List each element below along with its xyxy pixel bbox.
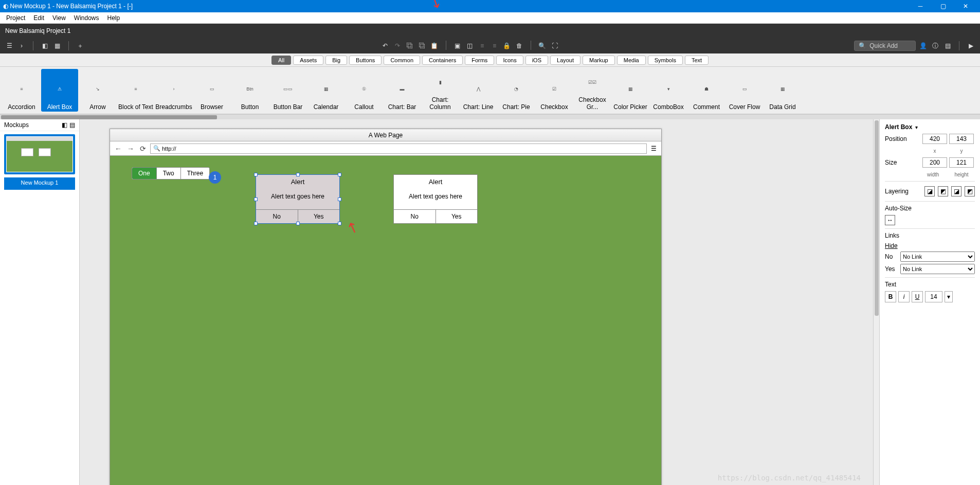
libtab-common[interactable]: Common [384, 56, 420, 65]
library-item[interactable]: ▦Calendar [307, 69, 344, 112]
library-item[interactable]: ⚠Alert Box [41, 69, 78, 112]
libtab-containers[interactable]: Containers [422, 56, 463, 65]
maximize-button[interactable]: ▢ [932, 0, 954, 12]
quick-add-input[interactable]: 🔍 Quick Add [854, 41, 916, 51]
duplicate-icon[interactable]: ⿻ [417, 41, 427, 51]
canvas[interactable]: A Web Page ← → ⟳ 🔍 ☰ OneTwoThree 1 Alert… [80, 119, 873, 485]
position-y-input[interactable] [949, 134, 974, 144]
autosize-button[interactable]: ↔ [885, 215, 895, 225]
hamburger-icon[interactable]: ☰ [4, 41, 14, 51]
callout[interactable]: 1 [209, 171, 221, 184]
send-back-icon[interactable]: ◩ [965, 186, 975, 196]
library-scrollbar[interactable] [0, 114, 980, 119]
library-item[interactable]: ⋀Chart: Line [460, 69, 497, 112]
libtab-big[interactable]: Big [325, 56, 347, 65]
alert-box-selected[interactable]: Alert Alert text goes here No Yes [256, 174, 340, 224]
library-item[interactable]: ▦Data Grid [764, 69, 801, 112]
library-item[interactable]: ▭Cover Flow [726, 69, 763, 112]
libtab-icons[interactable]: Icons [496, 56, 523, 65]
libtab-markup[interactable]: Markup [583, 56, 615, 65]
width-input[interactable] [922, 157, 947, 168]
url-input[interactable] [150, 143, 647, 154]
chevron-right-icon[interactable]: › [16, 41, 27, 51]
link-no-select[interactable]: No Link [900, 252, 975, 262]
libtab-all[interactable]: All [271, 56, 291, 65]
align-icon[interactable]: ≡ [477, 41, 487, 51]
forward-icon[interactable]: → [125, 143, 136, 154]
user-icon[interactable]: 👤 [918, 41, 928, 51]
panel-toggle-icon[interactable]: ◧ [40, 41, 50, 51]
alert-yes-button[interactable]: Yes [436, 210, 478, 223]
info-icon[interactable]: ⓘ [930, 41, 940, 51]
library-item[interactable]: BtnButton [231, 69, 268, 112]
library-item[interactable]: ☑☑Checkbox Gr... [574, 69, 611, 112]
height-input[interactable] [949, 157, 974, 168]
bring-front-icon[interactable]: ◪ [924, 186, 935, 196]
library-item[interactable]: ↘Arrow [79, 69, 116, 112]
libtab-buttons[interactable]: Buttons [349, 56, 382, 65]
distribute-icon[interactable]: ≡ [489, 41, 500, 51]
libtab-media[interactable]: Media [617, 56, 646, 65]
library-item[interactable]: ▬Chart: Bar [384, 69, 421, 112]
menu-project[interactable]: Project [2, 14, 29, 22]
tab-three[interactable]: Three [181, 168, 209, 179]
fontsize-input[interactable]: 14 [925, 291, 942, 302]
link-yes-select[interactable]: No Link [900, 264, 975, 274]
underline-button[interactable]: U [912, 291, 923, 302]
library-item[interactable]: ▭Browser [193, 69, 230, 112]
italic-button[interactable]: i [898, 291, 910, 302]
library-item[interactable]: ≡Accordion [3, 69, 40, 112]
alert-yes-button[interactable]: Yes [298, 210, 340, 223]
library-item[interactable]: ▾ComboBox [650, 69, 687, 112]
tab-two[interactable]: Two [157, 168, 181, 179]
button-bar[interactable]: OneTwoThree [132, 167, 210, 179]
menu-help[interactable]: Help [103, 14, 124, 22]
trash-icon[interactable]: 🗑 [514, 41, 524, 51]
reload-icon[interactable]: ⟳ [138, 143, 148, 154]
panel-layout2-icon[interactable]: ▤ [69, 121, 75, 129]
libtab-text[interactable]: Text [685, 56, 709, 65]
back-icon[interactable]: ← [113, 143, 123, 154]
alert-no-button[interactable]: No [256, 210, 298, 223]
alert-no-button[interactable]: No [394, 210, 436, 223]
library-item[interactable]: ›Breadcrumbs [155, 69, 192, 112]
chevron-down-icon[interactable]: ▾ [915, 124, 918, 130]
library-item[interactable]: ◔Chart: Pie [498, 69, 535, 112]
mockup-name[interactable]: New Mockup 1 [4, 177, 75, 190]
library-strip[interactable]: ≡Accordion⚠Alert Box↘Arrow≡Block of Text… [0, 67, 980, 114]
menu-edit[interactable]: Edit [29, 14, 48, 22]
bold-button[interactable]: B [885, 291, 896, 302]
add-icon[interactable]: ＋ [75, 41, 85, 51]
mockup-thumbnail[interactable] [4, 134, 75, 174]
libtab-symbols[interactable]: Symbols [648, 56, 683, 65]
library-item[interactable]: ▦Color Picker [612, 69, 649, 112]
canvas-scrollbar[interactable] [873, 119, 879, 485]
menu-windows[interactable]: Windows [70, 14, 103, 22]
libtab-assets[interactable]: Assets [293, 56, 323, 65]
library-item[interactable]: ≡Block of Text [117, 69, 154, 112]
close-button[interactable]: ✕ [954, 0, 977, 12]
fontsize-dropdown[interactable]: ▾ [945, 291, 953, 302]
hide-link[interactable]: Hide [885, 242, 975, 249]
copy-icon[interactable]: ⿻ [405, 41, 415, 51]
lock-icon[interactable]: 🔒 [502, 41, 512, 51]
tab-one[interactable]: One [132, 168, 157, 179]
menu-view[interactable]: View [48, 14, 70, 22]
paste-icon[interactable]: 📋 [429, 41, 440, 51]
position-x-input[interactable] [922, 134, 947, 144]
ungroup-icon[interactable]: ◫ [465, 41, 475, 51]
library-item[interactable]: ▮Chart: Column [422, 69, 459, 112]
panel-layout1-icon[interactable]: ◧ [62, 121, 67, 129]
redo-icon[interactable]: ↷ [392, 41, 403, 51]
libtab-layout[interactable]: Layout [550, 56, 580, 65]
present-icon[interactable]: ▶ [966, 41, 976, 51]
library-item[interactable]: ①Callout [346, 69, 383, 112]
menu-icon[interactable]: ☰ [649, 144, 658, 153]
libtab-ios[interactable]: iOS [525, 56, 548, 65]
group-icon[interactable]: ▣ [452, 41, 463, 51]
libtab-forms[interactable]: Forms [465, 56, 494, 65]
send-backward-icon[interactable]: ◪ [951, 186, 961, 196]
fit-icon[interactable]: ⛶ [550, 41, 560, 51]
library-item[interactable]: ☑Checkbox [536, 69, 573, 112]
zoom-icon[interactable]: 🔍 [537, 41, 548, 51]
